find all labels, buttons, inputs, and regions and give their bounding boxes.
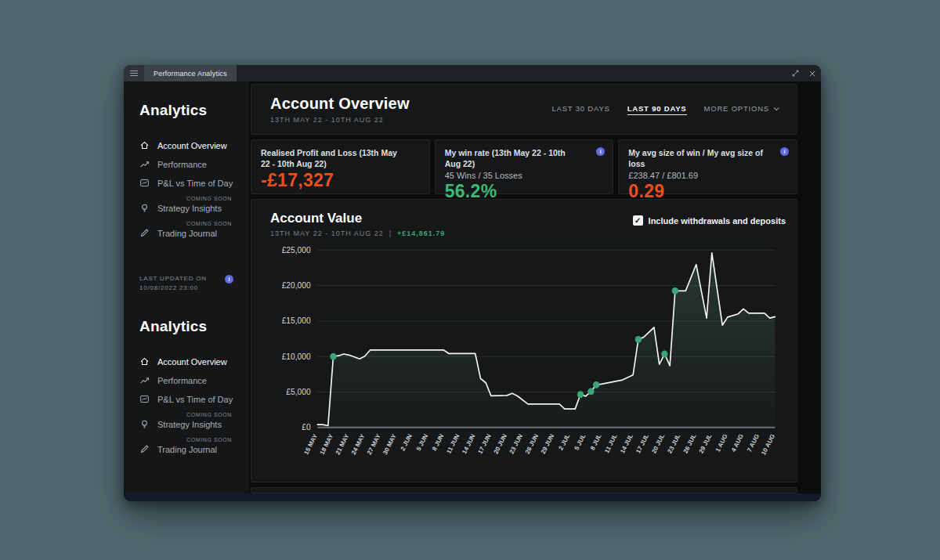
trend-up-icon	[139, 159, 150, 170]
checkbox-check-icon: ✓	[633, 215, 643, 226]
sidebar-item-account-overview[interactable]: Account Overview	[139, 356, 235, 367]
main-content: Account Overview 13TH MAY 22 - 10TH AUG …	[249, 81, 821, 493]
y-axis-label: £25,000	[282, 246, 311, 255]
y-axis-label: £10,000	[282, 352, 311, 361]
sidebar-item-p-l-vs-time-of-day[interactable]: P&L vs Time of Day	[139, 177, 235, 189]
x-axis-label: 8 JUL	[589, 432, 603, 451]
x-axis-label: 29 JUL	[698, 432, 714, 454]
tab-more-options[interactable]: MORE OPTIONS	[704, 104, 779, 114]
sidebar-item-account-overview[interactable]: Account Overview	[139, 139, 235, 151]
data-point-marker	[593, 381, 599, 388]
close-icon[interactable]	[804, 65, 821, 81]
info-icon[interactable]: i	[225, 275, 233, 284]
x-axis-label: 18 MAY	[319, 432, 335, 456]
sidebar-item-trading-journal[interactable]: Trading Journal	[139, 443, 235, 455]
checkbox-label: Include withdrawals and deposits	[649, 216, 786, 226]
titlebar-drag-area[interactable]	[237, 65, 786, 81]
x-axis-label: 17 JUN	[476, 432, 492, 455]
sidebar-item-performance[interactable]: Performance	[139, 158, 235, 170]
sidebar-item-label: Performance	[157, 376, 207, 385]
account-value-chart[interactable]: £0£5,000£10,000£15,000£20,000£25,00015 M…	[270, 240, 786, 477]
x-axis-label: 5 JUN	[415, 432, 429, 452]
window-tab[interactable]: Performance Analytics	[144, 65, 237, 81]
chart-title: Account Value	[270, 211, 445, 226]
sidebar-item-p-l-vs-time-of-day[interactable]: P&L vs Time of Day	[139, 393, 235, 405]
sidebar-title: Analytics	[139, 102, 235, 119]
tab-label: LAST 90 DAYS	[627, 104, 687, 113]
titlebar: Performance Analytics	[124, 65, 821, 81]
stat-value: 0.29	[628, 181, 787, 202]
tab-label: LAST 30 DAYS	[552, 104, 610, 113]
x-axis-label: 14 JUL	[619, 432, 634, 454]
hamburger-menu-icon[interactable]	[124, 65, 144, 81]
lightbulb-icon	[139, 203, 150, 214]
tab-last-90-days[interactable]: LAST 90 DAYS	[627, 104, 687, 115]
x-axis-label: 4 AUG	[730, 433, 745, 453]
date-range-tabs: LAST 30 DAYSLAST 90 DAYSMORE OPTIONS	[552, 104, 778, 115]
sidebar-item-trading-journal[interactable]: Trading Journal	[139, 227, 235, 239]
chart-window-icon	[139, 178, 150, 189]
sidebar-item-label: Performance	[157, 160, 207, 169]
coming-soon-badge: COMING SOON	[139, 196, 235, 201]
x-axis-label: 5 JUL	[573, 432, 588, 451]
y-axis-label: £0	[302, 423, 311, 432]
x-axis-label: 20 JUN	[493, 432, 508, 455]
withdrawals-checkbox[interactable]: ✓ Include withdrawals and deposits	[633, 215, 786, 226]
x-axis-label: 15 MAY	[302, 432, 319, 456]
sidebar-item-label: P&L vs Time of Day	[157, 179, 233, 188]
stat-value: -£17,327	[261, 170, 420, 191]
pencil-icon	[139, 228, 150, 239]
sidebar-item-performance[interactable]: Performance	[139, 374, 235, 386]
x-axis-label: 17 JUL	[634, 432, 650, 454]
x-axis-label: 8 JUN	[431, 432, 445, 452]
x-axis-label: 26 JUL	[682, 432, 698, 454]
last-updated-label: LAST UPDATED ON	[139, 275, 219, 282]
trend-up-icon	[139, 375, 150, 386]
coming-soon-badge: COMING SOON	[139, 412, 235, 417]
stat-card-my-win-rate: My win rate (13th May 22 - 10th Aug 22)4…	[435, 139, 614, 194]
y-axis-label: £15,000	[282, 316, 311, 325]
info-icon[interactable]: i	[596, 147, 605, 156]
stat-sub-value: £238.47 / £801.69	[628, 171, 787, 180]
data-point-marker	[635, 336, 642, 343]
x-axis-label: 21 MAY	[334, 432, 351, 456]
x-axis-label: 2 JUN	[400, 432, 414, 452]
home-icon	[139, 356, 150, 367]
data-point-marker	[672, 287, 678, 294]
chart-area	[317, 253, 775, 428]
coming-soon-badge: COMING SOON	[139, 221, 235, 226]
data-point-marker	[577, 391, 584, 398]
x-axis-label: 26 JUN	[524, 432, 540, 455]
x-axis-label: 23 JUN	[508, 432, 524, 455]
x-axis-label: 11 JUL	[603, 432, 619, 454]
x-axis-label: 30 MAY	[381, 432, 398, 456]
chart-date-range: 13TH MAY 22 - 10TH AUG 22	[270, 229, 384, 237]
last-updated-value: 10/08/2022 23:00	[139, 284, 219, 291]
data-point-marker	[661, 351, 667, 358]
stats-row: Realised Profit and Loss (13th May 22 - …	[251, 139, 797, 194]
x-axis-label: 1 AUG	[714, 433, 729, 453]
sidebar-item-label: Trading Journal	[157, 445, 217, 454]
sidebar-item-strategy-insights[interactable]: Strategy Insights	[139, 202, 235, 214]
tab-label: MORE OPTIONS	[704, 104, 770, 113]
sidebar-item-label: P&L vs Time of Day	[157, 395, 233, 404]
separator: |	[389, 229, 392, 237]
tab-last-30-days[interactable]: LAST 30 DAYS	[552, 104, 610, 114]
stat-value: 56.2%	[445, 181, 604, 202]
sidebar-item-label: Strategy Insights	[157, 420, 222, 429]
x-axis-label: 7 AUG	[746, 433, 761, 453]
info-icon[interactable]: i	[780, 147, 789, 156]
page-date-range: 13TH MAY 22 - 10TH AUG 22	[270, 116, 410, 124]
sidebar-item-strategy-insights[interactable]: Strategy Insights	[139, 418, 235, 430]
expand-icon[interactable]	[786, 65, 804, 81]
sidebar-item-label: Account Overview	[157, 357, 227, 367]
x-axis-label: 29 JUN	[540, 432, 555, 455]
next-panel-sliver	[251, 487, 797, 493]
sidebar-item-label: Trading Journal	[157, 229, 217, 238]
x-axis-label: 10 AUG	[760, 433, 776, 457]
x-axis-label: 20 JUL	[650, 432, 666, 454]
page-title: Account Overview	[270, 95, 410, 113]
lightbulb-icon	[139, 419, 150, 430]
x-axis-label: 23 JUL	[667, 432, 682, 454]
stat-sub-value: 45 Wins / 35 Losses	[445, 171, 604, 180]
